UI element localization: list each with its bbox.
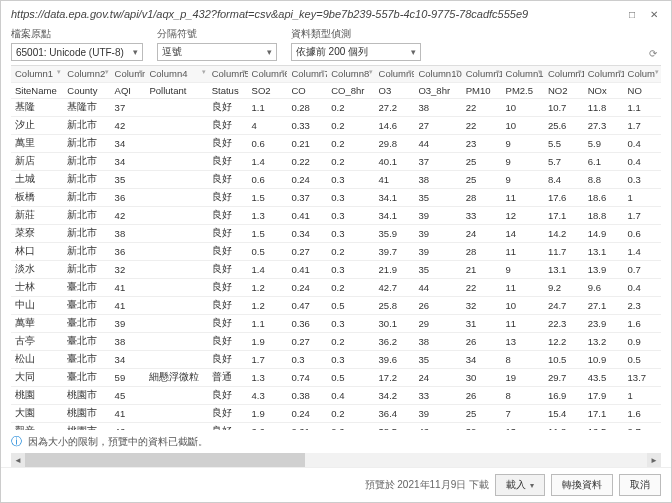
table-cell: 良好 (208, 386, 248, 404)
table-cell (145, 224, 207, 242)
table-cell: 18.6 (584, 188, 624, 206)
table-cell: 0.24 (287, 404, 327, 422)
table-cell: 良好 (208, 224, 248, 242)
table-cell: NO2 (544, 82, 584, 98)
table-cell: 24 (414, 368, 461, 386)
table-cell: 30 (462, 368, 502, 386)
scroll-thumb[interactable] (25, 453, 305, 467)
table-cell: 0.22 (287, 152, 327, 170)
table-cell (145, 206, 207, 224)
table-cell: 21.9 (375, 260, 415, 278)
table-cell: 30 (462, 422, 502, 430)
table-cell: 1.6 (624, 404, 661, 422)
scroll-left-button[interactable]: ◄ (11, 453, 25, 467)
table-cell: 39.6 (375, 350, 415, 368)
table-cell: 41 (375, 170, 415, 188)
table-cell: 0.41 (287, 206, 327, 224)
table-cell: 29.7 (544, 368, 584, 386)
column-header[interactable]: Colum (624, 66, 661, 82)
table-cell: 新北市 (63, 224, 110, 242)
table-cell: 13.1 (544, 260, 584, 278)
horizontal-scrollbar[interactable]: ◄ ► (11, 453, 661, 467)
load-button[interactable]: 載入▾ (495, 474, 545, 496)
table-row: 新莊新北市42良好1.30.410.334.139331217.118.81.7 (11, 206, 661, 224)
table-cell: 34 (111, 152, 146, 170)
table-cell: 1.7 (624, 116, 661, 134)
column-header[interactable]: Column13 (544, 66, 584, 82)
column-header[interactable]: Column1 (11, 66, 63, 82)
column-header[interactable]: Column5 (208, 66, 248, 82)
table-cell: 15.4 (544, 404, 584, 422)
table-cell: 良好 (208, 260, 248, 278)
table-cell: 0.37 (287, 188, 327, 206)
table-cell: 0.36 (287, 314, 327, 332)
table-cell: 35 (414, 350, 461, 368)
table-cell: 59 (111, 368, 146, 386)
scroll-right-button[interactable]: ► (647, 453, 661, 467)
table-cell: 良好 (208, 116, 248, 134)
refresh-icon[interactable]: ⟳ (645, 45, 661, 61)
column-header[interactable]: Column10 (414, 66, 461, 82)
column-header[interactable]: Column6 (248, 66, 288, 82)
column-header[interactable]: Column3 (111, 66, 146, 82)
table-cell: 27.3 (584, 116, 624, 134)
table-cell: 基隆市 (63, 98, 110, 116)
cancel-button[interactable]: 取消 (619, 474, 661, 496)
table-cell: 桃園市 (63, 404, 110, 422)
table-cell: 0.9 (624, 332, 661, 350)
table-cell: 4 (248, 116, 288, 134)
detect-dropdown[interactable]: 依據前 200 個列 (291, 43, 421, 61)
table-cell: 0.3 (327, 188, 374, 206)
transform-button[interactable]: 轉換資料 (551, 474, 613, 496)
table-cell: 新北市 (63, 188, 110, 206)
table-cell: 23 (462, 134, 502, 152)
table-row: 菜寮新北市38良好1.50.340.335.939241414.214.90.6 (11, 224, 661, 242)
table-cell: 27.1 (584, 296, 624, 314)
table-cell: 良好 (208, 404, 248, 422)
delimiter-label: 分隔符號 (157, 27, 277, 41)
table-cell: 45 (111, 386, 146, 404)
table-cell: 0.6 (248, 170, 288, 188)
table-cell: 0.24 (287, 170, 327, 188)
table-cell: 0.2 (327, 278, 374, 296)
table-cell: 40.1 (375, 152, 415, 170)
column-header[interactable]: Column8 (327, 66, 374, 82)
table-cell: 良好 (208, 314, 248, 332)
table-cell: NOx (584, 82, 624, 98)
table-cell: 8 (502, 386, 544, 404)
close-button[interactable]: ✕ (647, 7, 661, 21)
table-cell: 14.9 (584, 224, 624, 242)
table-row: 新店新北市34良好1.40.220.240.1372595.76.10.4 (11, 152, 661, 170)
table-cell: 11 (502, 314, 544, 332)
column-header[interactable]: Column9 (375, 66, 415, 82)
table-cell: 28 (462, 188, 502, 206)
maximize-button[interactable]: □ (625, 7, 639, 21)
table-cell: 32 (111, 260, 146, 278)
table-cell: 32 (462, 296, 502, 314)
table-cell: 11 (502, 242, 544, 260)
column-header[interactable]: Column2 (63, 66, 110, 82)
delimiter-dropdown[interactable]: 逗號 (157, 43, 277, 61)
column-header[interactable]: Column12 (502, 66, 544, 82)
table-cell: 臺北市 (63, 314, 110, 332)
column-header[interactable]: Column7 (287, 66, 327, 82)
column-header[interactable]: Column11 (462, 66, 502, 82)
table-cell: 35 (414, 260, 461, 278)
origin-dropdown[interactable]: 65001: Unicode (UTF-8) (11, 43, 143, 61)
table-cell: 36.2 (375, 332, 415, 350)
table-cell: 淡水 (11, 260, 63, 278)
table-cell: 0.3 (624, 170, 661, 188)
table-cell: 臺北市 (63, 278, 110, 296)
table-cell: 臺北市 (63, 368, 110, 386)
table-cell: 7 (502, 404, 544, 422)
table-cell: 新北市 (63, 242, 110, 260)
column-header[interactable]: Column4 (145, 66, 207, 82)
origin-label: 檔案原點 (11, 27, 143, 41)
table-cell: 11 (502, 278, 544, 296)
table-cell: 44 (414, 278, 461, 296)
table-cell: 24.7 (544, 296, 584, 314)
table-cell: 27.2 (375, 98, 415, 116)
table-cell: 14 (502, 224, 544, 242)
column-header[interactable]: Column14 (584, 66, 624, 82)
table-cell: 34 (111, 134, 146, 152)
